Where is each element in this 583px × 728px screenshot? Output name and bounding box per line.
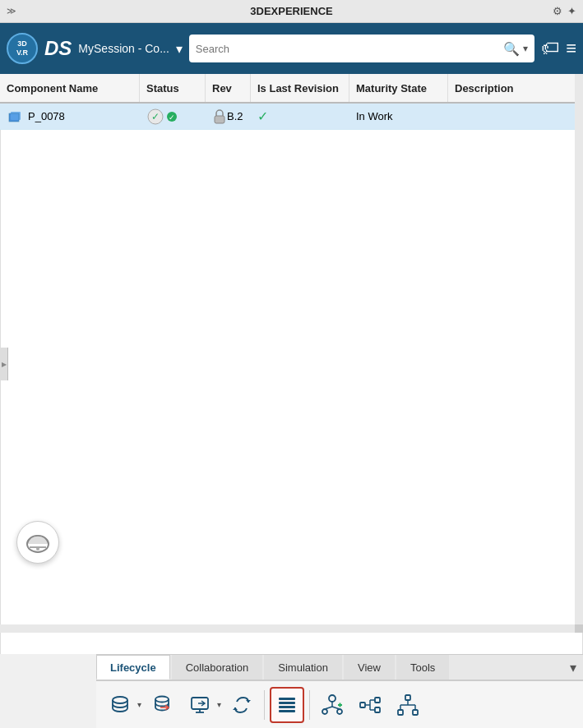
toolbar-group-2: ▾ <box>183 687 221 723</box>
svg-line-27 <box>332 707 340 709</box>
scrollbar-vertical[interactable] <box>575 74 583 633</box>
scroll-corner <box>575 624 583 633</box>
svg-rect-38 <box>398 710 403 715</box>
cell-rev: B.2 <box>206 104 251 129</box>
cycle-arrows-button[interactable] <box>224 687 259 723</box>
search-icon: 🔍 <box>503 41 520 57</box>
bottom-tab-bar: Lifecycle Collaboration Simulation View … <box>96 654 583 680</box>
monitor-arrow-arrow-icon[interactable]: ▾ <box>217 700 221 709</box>
database-stack-arrow-icon[interactable]: ▾ <box>137 700 141 709</box>
svg-text:✓: ✓ <box>151 111 160 122</box>
svg-rect-7 <box>215 116 224 123</box>
table-header: Component Name Status Rev Is Last Revisi… <box>0 74 583 104</box>
settings-icon[interactable]: ⚙ <box>553 5 562 17</box>
database-stack-button[interactable] <box>103 687 137 723</box>
col-status: Status <box>140 74 206 102</box>
col-is-last-revision: Is Last Revision <box>251 74 349 102</box>
search-chevron-icon[interactable]: ▾ <box>523 43 528 54</box>
content-area <box>0 130 583 654</box>
expand-icon[interactable]: ≫ <box>7 6 16 16</box>
tabs-more-icon[interactable]: ▾ <box>563 657 583 679</box>
svg-marker-16 <box>246 700 251 703</box>
svg-rect-18 <box>279 698 295 700</box>
cell-status: ✓ ✓ <box>140 104 206 129</box>
menu-button[interactable]: ≡ <box>566 38 576 59</box>
last-revision-check-icon: ✓ <box>257 108 268 124</box>
database-transfer-icon <box>150 693 174 716</box>
monitor-arrow-button[interactable] <box>183 687 217 723</box>
cell-is-last-revision: ✓ <box>251 104 349 129</box>
helmet-icon <box>25 531 50 554</box>
table-row[interactable]: P_0078 ✓ ✓ B.2 ✓ <box>0 104 583 130</box>
search-input[interactable] <box>196 43 500 55</box>
title-bar: ≫ 3DEXPERIENCE ⚙ ✦ <box>0 0 583 23</box>
svg-point-24 <box>337 709 342 714</box>
svg-rect-20 <box>279 706 295 708</box>
maturity-state-value: In Work <box>356 110 393 122</box>
lock-icon <box>212 108 227 125</box>
component-name-value: P_0078 <box>28 110 65 122</box>
component-icon <box>7 108 23 125</box>
col-maturity-state: Maturity State <box>349 74 448 102</box>
bottom-tabs-area: Lifecycle Collaboration Simulation View … <box>96 654 583 728</box>
session-dropdown-button[interactable]: ▾ <box>176 41 183 57</box>
toolbar-group-1: ▾ <box>103 687 141 723</box>
cell-maturity-state: In Work <box>349 104 448 129</box>
database-stack-icon <box>109 693 132 716</box>
tab-lifecycle[interactable]: Lifecycle <box>96 655 170 680</box>
svg-line-26 <box>325 707 332 709</box>
branch-v-icon <box>396 693 419 716</box>
cycle-arrows-icon <box>230 693 253 716</box>
svg-rect-32 <box>375 707 380 712</box>
tab-collaboration[interactable]: Collaboration <box>172 655 263 680</box>
left-expand-icon: ▶ <box>2 361 7 368</box>
col-description: Description <box>448 74 583 102</box>
toolbar-separator-2 <box>309 690 310 720</box>
session-label: MySession - Co... <box>78 42 169 55</box>
svg-point-23 <box>322 709 327 714</box>
svg-rect-30 <box>360 703 365 707</box>
tag-button[interactable]: 🏷 <box>541 38 559 59</box>
monitor-arrow-icon <box>188 693 211 716</box>
list-view-button[interactable] <box>270 687 304 723</box>
status-icon: ✓ <box>146 108 164 126</box>
session-avatar: 3DV.R <box>7 33 38 64</box>
status-badge-icon: ✓ <box>166 111 178 122</box>
svg-rect-21 <box>279 710 295 712</box>
cell-description <box>448 104 583 129</box>
svg-rect-31 <box>375 698 380 703</box>
branch-h-icon <box>359 693 382 716</box>
scrollbar-horizontal[interactable] <box>0 624 575 633</box>
nav-bar: 3DV.R DS MySession - Co... ▾ 🔍 ▾ 🏷 ≡ <box>0 23 583 74</box>
database-transfer-button[interactable] <box>145 687 179 723</box>
ds-logo: DS <box>44 37 72 60</box>
tab-tools[interactable]: Tools <box>396 655 449 680</box>
branch-v-button[interactable] <box>391 687 425 723</box>
pin-icon[interactable]: ✦ <box>567 5 576 17</box>
svg-point-12 <box>155 696 169 702</box>
rev-value: B.2 <box>227 110 243 122</box>
svg-rect-19 <box>279 702 295 704</box>
search-box: 🔍 ▾ <box>189 35 534 62</box>
helmet-button[interactable] <box>16 521 59 564</box>
svg-point-10 <box>36 547 39 551</box>
col-rev: Rev <box>206 74 251 102</box>
cell-component-name: P_0078 <box>0 104 140 129</box>
svg-rect-39 <box>413 710 418 715</box>
svg-marker-17 <box>233 707 238 710</box>
tab-simulation[interactable]: Simulation <box>264 655 342 680</box>
svg-text:✓: ✓ <box>169 113 175 121</box>
app-title: 3DEXPERIENCE <box>250 5 332 17</box>
toolbar-separator-1 <box>264 690 265 720</box>
col-component-name: Component Name <box>0 74 140 102</box>
svg-point-22 <box>329 695 335 702</box>
tab-view[interactable]: View <box>344 655 395 680</box>
branch-h-button[interactable] <box>353 687 387 723</box>
node-add-button[interactable] <box>315 687 349 723</box>
logo-button[interactable]: 3DV.R <box>7 33 38 64</box>
title-bar-actions: ⚙ ✦ <box>553 5 576 17</box>
svg-rect-37 <box>405 695 410 700</box>
left-expand-handle[interactable]: ▶ <box>0 348 8 380</box>
node-add-icon <box>321 693 344 716</box>
svg-point-11 <box>113 697 127 703</box>
